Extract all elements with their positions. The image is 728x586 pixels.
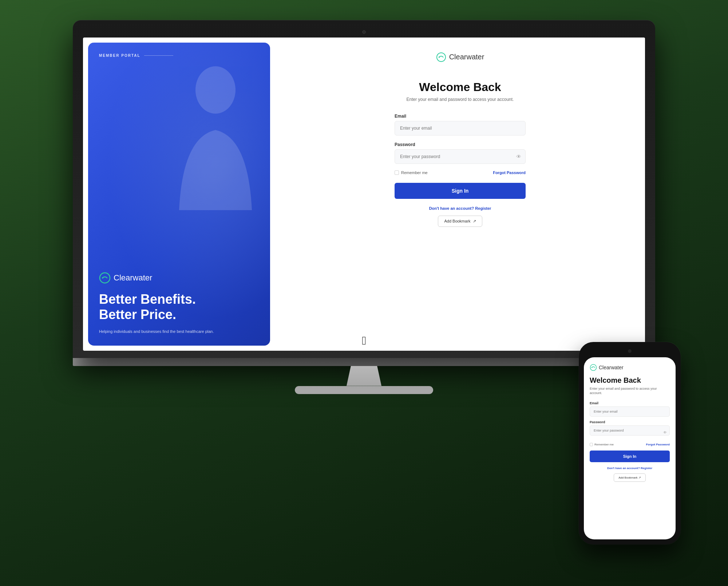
iphone-email-label: Email: [590, 401, 670, 405]
iphone-register-link[interactable]: Register: [641, 467, 652, 470]
iphone-remember-me: Remember me: [590, 443, 614, 446]
iphone-screen: Clearwater Welcome Back Enter your email…: [584, 357, 676, 539]
no-account-text: Don't have an account? Register: [395, 206, 526, 211]
welcome-title: Welcome Back: [395, 80, 526, 94]
scene: MEMBER PORTAL Clearwater: [18, 20, 710, 566]
member-portal-label: MEMBER PORTAL: [99, 54, 259, 58]
iphone-remember-forgot-row: Remember me Forgot Password: [590, 443, 670, 446]
person-silhouette: [168, 64, 263, 210]
password-label: Password: [395, 142, 526, 147]
svg-point-5: [590, 364, 597, 370]
register-link[interactable]: Register: [475, 206, 491, 211]
password-group: Password 👁: [395, 142, 526, 164]
iphone-camera: [628, 349, 632, 353]
email-label: Email: [395, 114, 526, 119]
iphone-checkbox[interactable]: [590, 443, 593, 446]
iphone-email-input[interactable]: [590, 406, 670, 417]
iphone-device: Clearwater Welcome Back Enter your email…: [579, 342, 681, 544]
sign-in-button[interactable]: Sign In: [395, 183, 526, 199]
iphone-welcome-title: Welcome Back: [590, 376, 670, 385]
svg-point-3: [437, 53, 446, 62]
iphone-welcome-subtitle: Enter your email and password to access …: [590, 386, 670, 396]
imac-chin: [73, 358, 655, 366]
imac-bezel: MEMBER PORTAL Clearwater: [73, 20, 655, 358]
iphone-no-account-text: Don't have an account? Register: [590, 467, 670, 470]
welcome-subtitle: Enter your email and password to access …: [395, 97, 526, 102]
iphone-password-wrapper: 👁: [590, 425, 670, 439]
imac-camera-area: [83, 30, 645, 34]
imac-screen: MEMBER PORTAL Clearwater: [83, 38, 645, 351]
right-panel: Clearwater Welcome Back Enter your email…: [275, 38, 645, 351]
svg-point-6: [592, 367, 593, 368]
left-brand-name: Clearwater: [114, 273, 152, 283]
right-logo-icon: [436, 52, 446, 62]
member-portal-line: [144, 55, 173, 56]
remember-me-label: Remember me: [401, 170, 428, 175]
iphone-bookmark-button[interactable]: Add Bookmark ↗: [614, 473, 646, 482]
add-bookmark-button[interactable]: Add Bookmark ↗: [438, 216, 482, 227]
email-input[interactable]: [395, 121, 526, 135]
remember-forgot-row: Remember me Forgot Password: [395, 170, 526, 175]
left-brand-logo: Clearwater: [99, 272, 259, 284]
right-logo: Clearwater: [436, 52, 484, 62]
iphone-sign-in-button[interactable]: Sign In: [590, 451, 670, 462]
email-group: Email: [395, 114, 526, 135]
eye-icon[interactable]: 👁: [516, 154, 521, 160]
iphone-remember-label: Remember me: [594, 443, 614, 446]
iphone-eye-icon[interactable]: 👁: [663, 430, 667, 434]
imac-neck: [342, 366, 386, 386]
left-panel-top: MEMBER PORTAL: [99, 54, 259, 65]
tagline: Better Benefits. Better Price.: [99, 292, 259, 322]
svg-point-1: [100, 273, 110, 283]
iphone-forgot-password[interactable]: Forgot Password: [646, 443, 670, 446]
bookmark-icon: ↗: [473, 219, 476, 224]
left-panel: MEMBER PORTAL Clearwater: [88, 43, 270, 346]
imac-camera: [362, 30, 366, 34]
login-form: Welcome Back Enter your email and passwo…: [395, 80, 526, 227]
member-portal-text: MEMBER PORTAL: [99, 54, 141, 58]
svg-point-0: [195, 66, 236, 114]
left-description: Helping individuals and businesses find …: [99, 329, 259, 335]
password-input[interactable]: [395, 149, 526, 164]
imac-base: [295, 386, 433, 394]
remember-checkbox[interactable]: [395, 170, 399, 175]
svg-point-4: [438, 56, 440, 58]
password-input-wrapper: 👁: [395, 149, 526, 164]
iphone-password-input[interactable]: [590, 425, 670, 436]
apple-logo: : [362, 334, 366, 347]
iphone-brand-name: Clearwater: [599, 365, 624, 370]
left-logo-icon: [99, 272, 111, 284]
svg-point-2: [102, 277, 103, 279]
imac-device: MEMBER PORTAL Clearwater: [73, 20, 655, 394]
iphone-logo: Clearwater: [590, 364, 670, 371]
remember-me: Remember me: [395, 170, 428, 175]
iphone-password-label: Password: [590, 420, 670, 424]
forgot-password-link[interactable]: Forgot Password: [493, 170, 526, 175]
right-brand-name: Clearwater: [449, 53, 484, 61]
iphone-notch: [612, 347, 648, 355]
left-panel-bottom: Clearwater Better Benefits. Better Price…: [99, 272, 259, 334]
iphone-logo-icon: [590, 364, 597, 371]
